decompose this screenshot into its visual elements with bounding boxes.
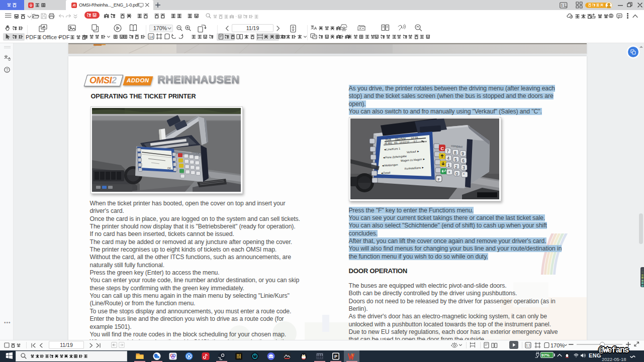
svg-text:C: C bbox=[441, 146, 444, 151]
svg-text:3: 3 bbox=[463, 165, 465, 170]
svg-text:7: 7 bbox=[446, 149, 449, 154]
svg-text:8: 8 bbox=[454, 150, 456, 155]
svg-text:1:1: 1:1 bbox=[526, 343, 530, 347]
svg-text:*: * bbox=[463, 172, 465, 177]
svg-text:9: 9 bbox=[462, 151, 464, 156]
svg-text:1: 1 bbox=[447, 163, 450, 168]
svg-text:6: 6 bbox=[462, 158, 465, 163]
svg-text:5: 5 bbox=[454, 157, 457, 162]
svg-text:4: 4 bbox=[447, 156, 449, 161]
svg-text:0: 0 bbox=[455, 171, 458, 176]
svg-text:F: F bbox=[438, 177, 440, 182]
svg-text:RHEINHAUSEN: RHEINHAUSEN bbox=[157, 74, 239, 86]
svg-text:P: P bbox=[334, 354, 337, 359]
svg-text:1: 1 bbox=[561, 3, 563, 8]
svg-text:K: K bbox=[188, 354, 192, 359]
svg-text:+: + bbox=[448, 170, 450, 175]
svg-text:OK: OK bbox=[167, 167, 171, 170]
svg-text:2: 2 bbox=[455, 164, 457, 169]
svg-text:14: 14 bbox=[149, 35, 153, 39]
